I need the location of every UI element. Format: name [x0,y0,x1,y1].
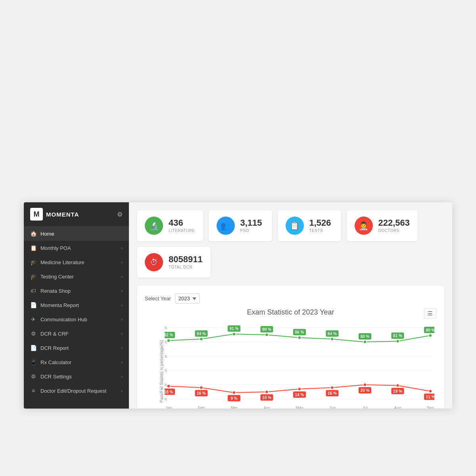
nav-label-dcr-settings: DCR Settings [40,374,72,380]
svg-point-64 [396,340,399,343]
sidebar-logo: M MOMENTA [30,208,79,221]
nav-arrow-rx-calculator: › [121,360,123,365]
sidebar-item-rx-calculator[interactable]: 📱 Rx Calculator › [24,355,129,369]
sidebar-item-medicine-literature[interactable]: 🎓 Medicine Literature › [24,255,129,269]
stat-icon-total-dcr: ⏱ [145,253,163,271]
sidebar-item-testing-center[interactable]: 🎓 Testing Center › [24,269,129,284]
svg-point-72 [363,383,367,386]
svg-text:20 %: 20 % [361,388,370,393]
stat-card-literature: 🔬 436 LITERATURE [137,210,203,241]
nav-item-left: 🏷 Renata Shop [30,288,71,294]
nav-item-left: 🏠 Home [30,230,54,237]
nav-icon-rx-calculator: 📱 [30,359,36,365]
nav-item-left: 🎓 Testing Center [30,273,74,280]
stat-info-literature: 436 LITERATURE [169,219,195,233]
stat-icon-pso: 👥 [217,217,235,235]
sidebar-item-communication-hub[interactable]: ✈ Communication Hub › [24,312,129,326]
svg-text:82 %: 82 % [165,333,173,337]
svg-text:Jun: Jun [329,406,335,409]
nav-arrow-renata-shop: › [121,288,123,293]
nav-item-left: ⚙ DCR & CRF [30,330,69,337]
stat-card-pso: 👥 3,115 PSO [209,210,272,241]
svg-text:40%: 40% [165,369,167,373]
stat-card-total-dcr: ⏱ 8058911 TOTAL DCR [137,247,211,278]
nav-arrow-dcr-settings: › [121,374,123,379]
nav-arrow-doctor-edit: › [121,388,123,393]
nav-label-rx-calculator: Rx Calculator [40,359,71,365]
nav-arrow-testing-center: › [121,274,123,279]
nav-label-medicine-literature: Medicine Literature [40,259,84,265]
sidebar-item-dcr-crf[interactable]: ⚙ DCR & CRF › [24,326,129,341]
stat-label-tests: TESTS [309,228,331,233]
logo-text: MOMENTA [46,211,79,218]
stat-icon-doctors: 👨‍⚕️ [355,217,373,235]
logo-letter: M [34,210,40,219]
stat-value-pso: 3,115 [240,219,262,227]
nav-icon-communication-hub: ✈ [30,316,36,322]
nav-label-momenta-report: Momenta Report [40,302,79,308]
nav-label-home: Home [40,231,54,237]
sidebar-item-dcr-settings[interactable]: ⚙ DCR Settings › [24,369,129,384]
nav-item-left: ⚙ DCR Settings [30,373,72,380]
stat-icon-tests: 📋 [286,217,304,235]
svg-text:Apr: Apr [264,406,270,409]
sidebar-item-monthly-poa[interactable]: 📋 Monthly POA › [24,241,129,255]
stat-cards: 🔬 436 LITERATURE 👥 3,115 PSO 📋 1,526 TES… [137,210,444,278]
sidebar: M MOMENTA ⚙ 🏠 Home 📋 Monthly POA › 🎓 Me [24,202,129,409]
svg-point-60 [265,333,269,336]
svg-point-71 [331,386,334,389]
sidebar-item-renata-shop[interactable]: 🏷 Renata Shop › [24,284,129,298]
year-select[interactable]: 2021202220232024 [175,294,200,303]
nav-label-testing-center: Testing Center [40,274,74,280]
svg-point-61 [298,336,301,339]
year-select-label: Select Year [145,296,171,301]
svg-point-68 [232,391,236,394]
nav-icon-monthly-poa: 📋 [30,245,36,251]
svg-point-58 [200,338,203,341]
svg-point-65 [429,334,432,337]
nav-label-monthly-poa: Monthly POA [40,245,71,251]
svg-text:9 %: 9 % [230,396,237,401]
stat-info-tests: 1,526 TESTS [309,219,331,233]
main-content: 🔬 436 LITERATURE 👥 3,115 PSO 📋 1,526 TES… [129,202,452,409]
svg-text:0%: 0% [165,397,167,401]
nav-label-doctor-edit: Doctor Edit/Dropout Request [40,388,106,394]
chart-container: Exam Statistic of 2023 Year ☰ Pass/Fail … [145,308,436,409]
nav-arrow-monthly-poa: › [121,246,123,250]
chart-menu-button[interactable]: ☰ [424,308,436,319]
nav-arrow-communication-hub: › [121,317,123,322]
settings-icon[interactable]: ⚙ [117,211,123,218]
svg-text:84 %: 84 % [328,332,337,336]
chart-section: Select Year 2021202220232024 Exam Statis… [137,286,444,409]
nav-label-renata-shop: Renata Shop [40,288,71,294]
nav-icon-home: 🏠 [30,230,36,237]
svg-text:90 %: 90 % [262,327,271,332]
stat-value-tests: 1,526 [309,219,331,227]
stat-value-literature: 436 [169,219,195,227]
svg-text:84 %: 84 % [197,332,206,336]
stat-label-pso: PSO [240,228,262,233]
svg-point-73 [396,384,399,387]
svg-point-67 [200,386,203,389]
svg-point-70 [298,388,301,391]
svg-text:10 %: 10 % [262,395,271,400]
stat-label-total-dcr: TOTAL DCR [169,265,203,269]
stat-icon-literature: 🔬 [145,217,163,235]
logo-box: M [30,208,43,221]
svg-text:91 %: 91 % [230,326,239,331]
year-select-row: Select Year 2021202220232024 [145,294,436,303]
svg-text:Jan: Jan [165,406,172,409]
sidebar-header: M MOMENTA ⚙ [24,202,129,226]
stat-value-total-dcr: 8058911 [169,255,203,264]
stat-info-doctors: 222,563 DOCTORS [378,219,410,233]
sidebar-item-momenta-report[interactable]: 📄 Momenta Report › [24,298,129,312]
sidebar-nav: 🏠 Home 📋 Monthly POA › 🎓 Medicine Litera… [24,226,129,409]
sidebar-item-dcr-report[interactable]: 📄 DCR Report › [24,341,129,355]
sidebar-item-home[interactable]: 🏠 Home [24,226,129,241]
chart-area: Pass/Fail Statistic in percentage(%) 0%2… [145,320,436,409]
svg-point-62 [331,338,334,341]
svg-text:60%: 60% [165,354,167,359]
svg-text:May: May [296,406,303,409]
sidebar-item-doctor-edit[interactable]: ≡ Doctor Edit/Dropout Request › [24,384,129,398]
nav-icon-dcr-report: 📄 [30,345,36,351]
